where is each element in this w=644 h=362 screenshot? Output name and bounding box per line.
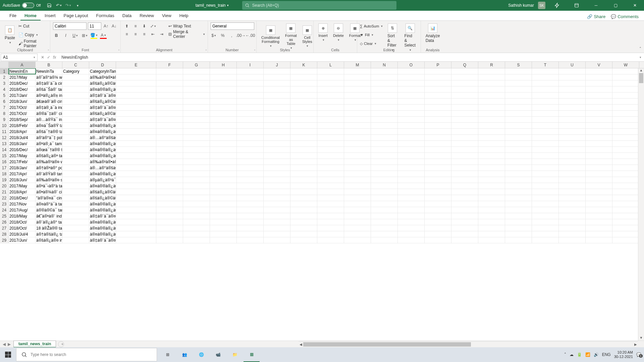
- scroll-up-icon[interactable]: ▲: [638, 68, 644, 73]
- cell[interactable]: [317, 147, 344, 153]
- cell[interactable]: à®…à®Ÿà¯ india: [36, 117, 62, 122]
- cell[interactable]: [183, 99, 210, 104]
- cell[interactable]: [62, 177, 89, 183]
- cell[interactable]: [116, 147, 156, 153]
- cell[interactable]: [505, 68, 532, 74]
- tab-view[interactable]: View: [158, 11, 175, 20]
- cell[interactable]: [612, 231, 639, 237]
- cell[interactable]: [425, 74, 451, 80]
- edge-icon[interactable]: 🌐: [193, 347, 209, 362]
- cell[interactable]: [425, 80, 451, 86]
- cell[interactable]: [317, 99, 344, 104]
- cell[interactable]: [371, 93, 398, 98]
- cell[interactable]: [532, 219, 559, 225]
- cell[interactable]: [398, 68, 425, 74]
- cell[interactable]: [612, 135, 639, 140]
- horizontal-scrollbar[interactable]: ◀ ▶: [299, 341, 638, 347]
- sheet-prev-icon[interactable]: ◀: [3, 342, 6, 347]
- cell[interactable]: [559, 159, 586, 165]
- cell[interactable]: à®®à®©à¯ tamilnadu: [36, 207, 62, 213]
- cell[interactable]: [183, 219, 210, 225]
- cell[interactable]: à®•à®¾à®¨ cinema: [36, 189, 62, 195]
- cell[interactable]: [505, 207, 532, 213]
- cell[interactable]: [264, 86, 290, 92]
- cell[interactable]: [290, 141, 317, 146]
- cell[interactable]: à®¤à®®à®¿à®´à¯à®¨à®¾à®Ÿà¯: [89, 141, 116, 146]
- cell[interactable]: [317, 68, 344, 74]
- cell[interactable]: [116, 189, 156, 195]
- cell[interactable]: [344, 189, 371, 195]
- cell[interactable]: [116, 123, 156, 128]
- cell[interactable]: [264, 99, 290, 104]
- cell[interactable]: [156, 105, 183, 110]
- start-button[interactable]: [0, 347, 16, 362]
- cell[interactable]: [398, 165, 425, 171]
- cell[interactable]: [371, 225, 398, 231]
- cell[interactable]: [425, 135, 451, 140]
- cell[interactable]: [398, 153, 425, 159]
- cell[interactable]: [505, 237, 532, 243]
- cell[interactable]: [371, 74, 398, 80]
- cell[interactable]: [290, 123, 317, 128]
- cell[interactable]: [532, 129, 559, 134]
- copy-button[interactable]: 📄 Copy▾: [18, 31, 47, 39]
- cell[interactable]: [156, 237, 183, 243]
- cell[interactable]: [237, 195, 264, 201]
- cell[interactable]: [183, 129, 210, 134]
- cell[interactable]: [210, 111, 237, 116]
- vertical-scrollbar[interactable]: ▲ ▼: [638, 68, 644, 341]
- cell[interactable]: à®šà®¿à®¤ india: [36, 237, 62, 243]
- cell[interactable]: [156, 99, 183, 104]
- cell[interactable]: [451, 141, 478, 146]
- cell[interactable]: [478, 135, 505, 140]
- cell[interactable]: [559, 129, 586, 134]
- cell[interactable]: [505, 183, 532, 189]
- cell[interactable]: à®šà®¿à®©à®¿à®®à®¾: [89, 80, 116, 86]
- cell[interactable]: [398, 141, 425, 146]
- cell[interactable]: [532, 74, 559, 80]
- cell[interactable]: [62, 141, 89, 146]
- cell[interactable]: [344, 237, 371, 243]
- cell[interactable]: [344, 80, 371, 86]
- cell[interactable]: [505, 93, 532, 98]
- cell[interactable]: [290, 74, 317, 80]
- cell[interactable]: à®‰à®²à®•à®®à¯: [89, 159, 116, 165]
- number-launcher[interactable]: ▫: [254, 48, 255, 52]
- cell[interactable]: [586, 159, 612, 165]
- cell[interactable]: [505, 141, 532, 146]
- cell[interactable]: [317, 129, 344, 134]
- cell[interactable]: [451, 147, 478, 153]
- cell[interactable]: [344, 159, 371, 165]
- cell[interactable]: [451, 99, 478, 104]
- cell[interactable]: [183, 177, 210, 183]
- increase-indent-icon[interactable]: ⇥: [158, 31, 165, 38]
- cell[interactable]: [371, 213, 398, 219]
- cell[interactable]: [586, 68, 612, 74]
- cell[interactable]: [62, 219, 89, 225]
- cell[interactable]: [586, 213, 612, 219]
- cell[interactable]: à®¨à®¿à®° tamilnadu: [36, 219, 62, 225]
- cell[interactable]: [425, 177, 451, 183]
- cell[interactable]: [586, 141, 612, 146]
- cell[interactable]: à®‡à®¨à¯à®¤à®¿à®¯à®¾: [89, 117, 116, 122]
- cell[interactable]: [237, 219, 264, 225]
- cell[interactable]: [210, 99, 237, 104]
- cell[interactable]: à®¤à¯Šà®Ÿ tamilnadu: [36, 123, 62, 128]
- clock[interactable]: 10:20 AM 30-12-2021: [614, 350, 633, 359]
- cell[interactable]: [62, 93, 89, 98]
- cell[interactable]: [62, 74, 89, 80]
- cell[interactable]: [237, 207, 264, 213]
- row-header[interactable]: 9: [0, 117, 9, 122]
- cell[interactable]: 2017/Aug/: [9, 207, 36, 213]
- cell[interactable]: [425, 111, 451, 116]
- cell[interactable]: [371, 86, 398, 92]
- cell[interactable]: [532, 207, 559, 213]
- cell[interactable]: [425, 105, 451, 110]
- cell[interactable]: [559, 231, 586, 237]
- cell[interactable]: [451, 183, 478, 189]
- cell[interactable]: [344, 195, 371, 201]
- column-header[interactable]: M: [344, 62, 371, 68]
- cell[interactable]: 2017/Oct/: [9, 105, 36, 110]
- cell[interactable]: [586, 153, 612, 159]
- cell[interactable]: à®‡à®¨à¯à®¤à®¿à®¯à®¾: [89, 93, 116, 98]
